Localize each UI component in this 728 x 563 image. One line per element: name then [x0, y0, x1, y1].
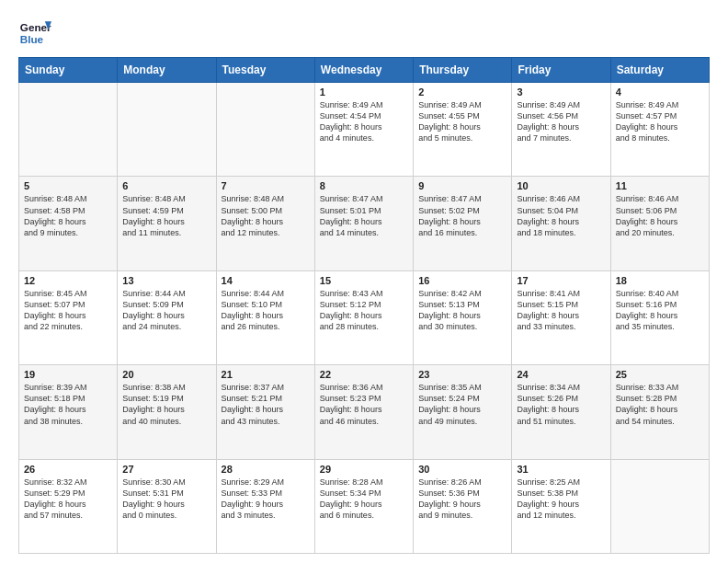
day-number: 23: [418, 369, 506, 380]
calendar-cell: 16Sunrise: 8:42 AM Sunset: 5:13 PM Dayli…: [414, 270, 512, 364]
day-number: 22: [320, 369, 408, 380]
day-number: 15: [320, 275, 408, 286]
weekday-header-sunday: Sunday: [19, 58, 118, 83]
day-number: 7: [222, 180, 310, 191]
day-number: 19: [24, 369, 112, 380]
calendar-cell: 21Sunrise: 8:37 AM Sunset: 5:21 PM Dayli…: [216, 365, 314, 459]
week-row-3: 12Sunrise: 8:45 AM Sunset: 5:07 PM Dayli…: [19, 270, 710, 364]
day-number: 27: [122, 464, 210, 475]
calendar-cell: 27Sunrise: 8:30 AM Sunset: 5:31 PM Dayli…: [118, 459, 216, 553]
calendar-cell: 8Sunrise: 8:47 AM Sunset: 5:01 PM Daylig…: [314, 177, 413, 270]
logo: General Blue: [18, 15, 51, 48]
week-row-5: 26Sunrise: 8:32 AM Sunset: 5:29 PM Dayli…: [19, 459, 710, 553]
calendar-cell: 17Sunrise: 8:41 AM Sunset: 5:15 PM Dayli…: [512, 270, 610, 364]
cell-content: Sunrise: 8:26 AM Sunset: 5:36 PM Dayligh…: [418, 477, 506, 522]
calendar-cell: 19Sunrise: 8:39 AM Sunset: 5:18 PM Dayli…: [19, 365, 118, 459]
calendar-cell: 13Sunrise: 8:44 AM Sunset: 5:09 PM Dayli…: [118, 270, 216, 364]
cell-content: Sunrise: 8:43 AM Sunset: 5:12 PM Dayligh…: [320, 288, 408, 333]
cell-content: Sunrise: 8:47 AM Sunset: 5:01 PM Dayligh…: [320, 193, 408, 238]
cell-content: Sunrise: 8:33 AM Sunset: 5:28 PM Dayligh…: [616, 382, 704, 427]
day-number: 18: [616, 275, 704, 286]
calendar-cell: 30Sunrise: 8:26 AM Sunset: 5:36 PM Dayli…: [414, 459, 512, 553]
weekday-header-saturday: Saturday: [610, 58, 709, 83]
calendar-cell: 20Sunrise: 8:38 AM Sunset: 5:19 PM Dayli…: [118, 365, 216, 459]
day-number: 13: [122, 275, 210, 286]
cell-content: Sunrise: 8:34 AM Sunset: 5:26 PM Dayligh…: [517, 382, 605, 427]
cell-content: Sunrise: 8:44 AM Sunset: 5:10 PM Dayligh…: [222, 288, 310, 333]
day-number: 25: [616, 369, 704, 380]
cell-content: Sunrise: 8:41 AM Sunset: 5:15 PM Dayligh…: [517, 288, 605, 333]
day-number: 6: [122, 180, 210, 191]
calendar-cell: 11Sunrise: 8:46 AM Sunset: 5:06 PM Dayli…: [610, 177, 709, 270]
day-number: 21: [222, 369, 310, 380]
weekday-header-wednesday: Wednesday: [314, 58, 413, 83]
calendar-cell: [216, 83, 314, 177]
calendar-cell: 29Sunrise: 8:28 AM Sunset: 5:34 PM Dayli…: [314, 459, 413, 553]
day-number: 14: [222, 275, 310, 286]
day-number: 20: [122, 369, 210, 380]
calendar-cell: 10Sunrise: 8:46 AM Sunset: 5:04 PM Dayli…: [512, 177, 610, 270]
cell-content: Sunrise: 8:48 AM Sunset: 4:58 PM Dayligh…: [24, 193, 112, 238]
weekday-header-friday: Friday: [512, 58, 610, 83]
day-number: 11: [616, 180, 704, 191]
day-number: 30: [418, 464, 506, 475]
day-number: 1: [320, 86, 408, 98]
cell-content: Sunrise: 8:36 AM Sunset: 5:23 PM Dayligh…: [320, 382, 408, 427]
cell-content: Sunrise: 8:44 AM Sunset: 5:09 PM Dayligh…: [122, 288, 210, 333]
weekday-header-thursday: Thursday: [414, 58, 512, 83]
cell-content: Sunrise: 8:29 AM Sunset: 5:33 PM Dayligh…: [222, 477, 310, 522]
day-number: 5: [24, 180, 112, 191]
cell-content: Sunrise: 8:46 AM Sunset: 5:06 PM Dayligh…: [616, 193, 704, 238]
cell-content: Sunrise: 8:47 AM Sunset: 5:02 PM Dayligh…: [418, 193, 506, 238]
logo-icon: General Blue: [18, 15, 51, 48]
calendar-cell: 31Sunrise: 8:25 AM Sunset: 5:38 PM Dayli…: [512, 459, 610, 553]
calendar-cell: [610, 459, 709, 553]
calendar-cell: 24Sunrise: 8:34 AM Sunset: 5:26 PM Dayli…: [512, 365, 610, 459]
week-row-2: 5Sunrise: 8:48 AM Sunset: 4:58 PM Daylig…: [19, 177, 710, 270]
day-number: 17: [517, 275, 605, 286]
weekday-header-monday: Monday: [118, 58, 216, 83]
weekday-header-row: SundayMondayTuesdayWednesdayThursdayFrid…: [19, 58, 710, 83]
calendar-cell: 28Sunrise: 8:29 AM Sunset: 5:33 PM Dayli…: [216, 459, 314, 553]
calendar-cell: 9Sunrise: 8:47 AM Sunset: 5:02 PM Daylig…: [414, 177, 512, 270]
cell-content: Sunrise: 8:37 AM Sunset: 5:21 PM Dayligh…: [222, 382, 310, 427]
calendar-cell: 2Sunrise: 8:49 AM Sunset: 4:55 PM Daylig…: [414, 83, 512, 177]
calendar-cell: 6Sunrise: 8:48 AM Sunset: 4:59 PM Daylig…: [118, 177, 216, 270]
cell-content: Sunrise: 8:38 AM Sunset: 5:19 PM Dayligh…: [122, 382, 210, 427]
cell-content: Sunrise: 8:32 AM Sunset: 5:29 PM Dayligh…: [24, 477, 112, 522]
calendar-cell: 15Sunrise: 8:43 AM Sunset: 5:12 PM Dayli…: [314, 270, 413, 364]
cell-content: Sunrise: 8:28 AM Sunset: 5:34 PM Dayligh…: [320, 477, 408, 522]
cell-content: Sunrise: 8:46 AM Sunset: 5:04 PM Dayligh…: [517, 193, 605, 238]
day-number: 16: [418, 275, 506, 286]
cell-content: Sunrise: 8:48 AM Sunset: 4:59 PM Dayligh…: [122, 193, 210, 238]
day-number: 31: [517, 464, 605, 475]
calendar-cell: 7Sunrise: 8:48 AM Sunset: 5:00 PM Daylig…: [216, 177, 314, 270]
calendar-cell: 14Sunrise: 8:44 AM Sunset: 5:10 PM Dayli…: [216, 270, 314, 364]
cell-content: Sunrise: 8:49 AM Sunset: 4:57 PM Dayligh…: [616, 99, 704, 144]
week-row-1: 1Sunrise: 8:49 AM Sunset: 4:54 PM Daylig…: [19, 83, 710, 177]
weekday-header-tuesday: Tuesday: [216, 58, 314, 83]
day-number: 24: [517, 369, 605, 380]
calendar-cell: [118, 83, 216, 177]
day-number: 8: [320, 180, 408, 191]
day-number: 9: [418, 180, 506, 191]
cell-content: Sunrise: 8:30 AM Sunset: 5:31 PM Dayligh…: [122, 477, 210, 522]
calendar-cell: 23Sunrise: 8:35 AM Sunset: 5:24 PM Dayli…: [414, 365, 512, 459]
calendar-cell: 18Sunrise: 8:40 AM Sunset: 5:16 PM Dayli…: [610, 270, 709, 364]
cell-content: Sunrise: 8:40 AM Sunset: 5:16 PM Dayligh…: [616, 288, 704, 333]
day-number: 10: [517, 180, 605, 191]
cell-content: Sunrise: 8:39 AM Sunset: 5:18 PM Dayligh…: [24, 382, 112, 427]
cell-content: Sunrise: 8:25 AM Sunset: 5:38 PM Dayligh…: [517, 477, 605, 522]
calendar-cell: 5Sunrise: 8:48 AM Sunset: 4:58 PM Daylig…: [19, 177, 118, 270]
calendar-table: SundayMondayTuesdayWednesdayThursdayFrid…: [18, 57, 710, 554]
day-number: 4: [616, 86, 704, 98]
cell-content: Sunrise: 8:49 AM Sunset: 4:55 PM Dayligh…: [418, 99, 506, 144]
cell-content: Sunrise: 8:49 AM Sunset: 4:56 PM Dayligh…: [517, 99, 605, 144]
cell-content: Sunrise: 8:35 AM Sunset: 5:24 PM Dayligh…: [418, 382, 506, 427]
day-number: 26: [24, 464, 112, 475]
svg-text:Blue: Blue: [20, 33, 44, 45]
calendar-cell: 22Sunrise: 8:36 AM Sunset: 5:23 PM Dayli…: [314, 365, 413, 459]
cell-content: Sunrise: 8:48 AM Sunset: 5:00 PM Dayligh…: [222, 193, 310, 238]
cell-content: Sunrise: 8:42 AM Sunset: 5:13 PM Dayligh…: [418, 288, 506, 333]
cell-content: Sunrise: 8:45 AM Sunset: 5:07 PM Dayligh…: [24, 288, 112, 333]
